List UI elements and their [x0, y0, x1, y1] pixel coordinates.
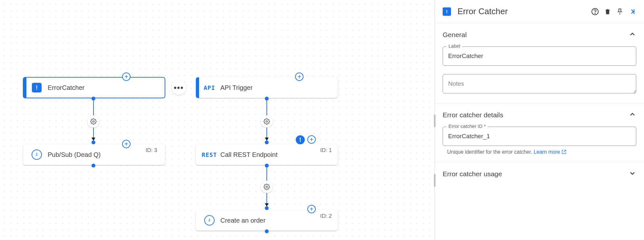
section-toggle-usage[interactable]: Error catcher usage — [443, 162, 636, 186]
node-label: ErrorCatcher — [48, 84, 84, 91]
field-label: Error catcher ID * — [447, 123, 488, 129]
node-stripe — [23, 77, 26, 98]
section-toggle-general[interactable]: General — [443, 23, 636, 46]
help-icon[interactable] — [591, 8, 599, 15]
section-heading: General — [443, 31, 467, 39]
chevron-up-icon — [629, 30, 636, 39]
edge-config-button[interactable] — [87, 115, 100, 128]
edge-config-button[interactable] — [261, 181, 273, 193]
notes-field — [443, 74, 636, 95]
add-above-createorder[interactable]: + — [307, 205, 316, 213]
port-in[interactable] — [265, 140, 269, 144]
helper-text: Unique identifier for the error catcher.… — [443, 149, 636, 155]
api-icon: API — [202, 84, 217, 91]
section-heading: Error catcher usage — [443, 170, 502, 178]
connector-icon — [202, 215, 217, 226]
chevron-down-icon — [629, 169, 636, 178]
node-label: Create an order — [220, 217, 265, 224]
add-above-pubsub[interactable]: + — [122, 140, 130, 148]
port-in[interactable] — [265, 206, 269, 210]
panel-header: ! Error Catcher — [435, 0, 644, 23]
error-catcher-id-input[interactable] — [443, 127, 636, 146]
error-icon: ! — [443, 7, 451, 16]
svg-point-0 — [93, 121, 94, 122]
section-general: General Label — [435, 23, 644, 103]
section-heading: Error catcher details — [443, 111, 503, 119]
label-field: Label — [443, 46, 636, 66]
delete-icon[interactable] — [604, 8, 611, 15]
error-icon: ! — [29, 83, 44, 92]
port-out[interactable] — [265, 229, 269, 233]
flow-canvas[interactable]: ! ErrorCatcher + ••• Pub/Sub (Dead Q) + … — [0, 0, 435, 240]
notes-input[interactable] — [443, 74, 636, 93]
svg-point-1 — [266, 121, 268, 122]
node-error-indicator[interactable]: ! — [296, 135, 305, 144]
panel-resize-handle[interactable] — [434, 174, 436, 187]
node-pubsub[interactable]: Pub/Sub (Dead Q) — [23, 144, 165, 165]
node-id-label: ID: 3 — [146, 147, 157, 154]
helper-prefix: Unique identifier for the error catcher. — [447, 149, 534, 155]
node-create-order[interactable]: Create an order — [196, 210, 338, 231]
edge-config-button[interactable] — [261, 115, 273, 128]
port-out[interactable] — [91, 164, 95, 168]
chevron-up-icon — [629, 110, 636, 120]
node-error-catcher[interactable]: ! ErrorCatcher — [23, 77, 165, 98]
port-in[interactable] — [91, 140, 95, 144]
learn-more-link[interactable]: Learn more — [534, 149, 566, 155]
panel-title: Error Catcher — [457, 6, 586, 16]
section-details: Error catcher details Error catcher ID *… — [435, 103, 644, 162]
svg-point-4 — [595, 13, 595, 14]
field-label: Label — [447, 43, 462, 49]
node-more-menu[interactable]: ••• — [171, 80, 186, 95]
pin-icon[interactable] — [616, 8, 623, 15]
svg-point-2 — [266, 186, 268, 188]
node-label: Pub/Sub (Dead Q) — [48, 151, 101, 158]
add-above-rest[interactable]: + — [307, 135, 316, 144]
rest-icon: REST — [202, 151, 217, 158]
node-rest[interactable]: REST Call REST Endpoint — [196, 144, 338, 165]
collapse-panel-icon[interactable] — [629, 8, 636, 15]
node-label: Call REST Endpoint — [220, 151, 278, 158]
panel-resize-handle[interactable] — [434, 114, 436, 127]
node-id-label: ID: 2 — [320, 213, 332, 219]
node-stripe — [196, 77, 199, 98]
node-id-label: ID: 1 — [320, 147, 332, 154]
node-api-trigger[interactable]: API API Trigger — [196, 77, 338, 98]
error-catcher-id-field: Error catcher ID * — [443, 127, 636, 146]
node-label: API Trigger — [220, 84, 253, 91]
label-input[interactable] — [443, 46, 636, 66]
add-above-api[interactable]: + — [295, 72, 303, 81]
properties-panel: ! Error Catcher General Label — [435, 0, 644, 240]
section-usage: Error catcher usage — [435, 162, 644, 186]
connector-icon — [29, 149, 44, 160]
add-above-errorcatcher[interactable]: + — [122, 72, 130, 81]
